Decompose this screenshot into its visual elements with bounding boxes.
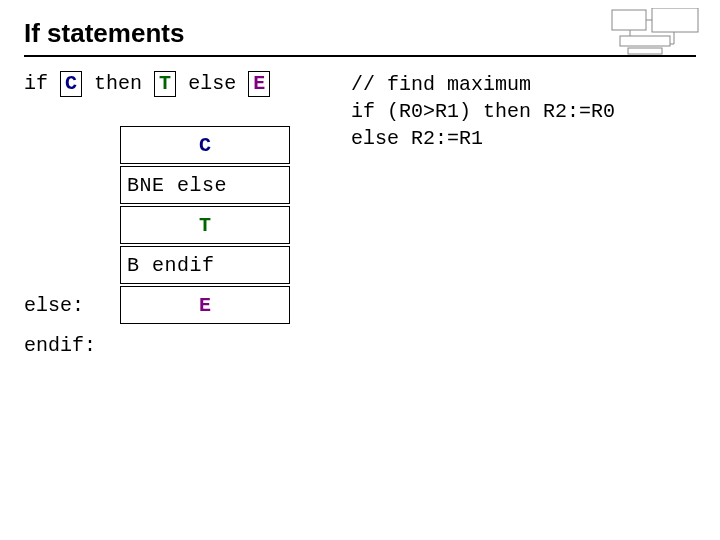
kw-then: then — [94, 72, 142, 95]
box-e-label: E — [199, 294, 211, 317]
if-syntax-line: if C then T else E — [24, 71, 329, 97]
box-bne: BNE else — [120, 166, 290, 204]
svg-rect-0 — [612, 10, 646, 30]
bne-text: BNE else — [121, 174, 289, 197]
tok-c: C — [60, 71, 82, 97]
box-c-label: C — [199, 134, 211, 157]
kw-else: else — [188, 72, 236, 95]
label-endif: endif: — [24, 334, 120, 357]
kw-if: if — [24, 72, 48, 95]
code-line-3: else R2:=R1 — [351, 127, 483, 150]
assembly-diagram: C BNE else T — [24, 125, 329, 365]
box-else: E — [120, 286, 290, 324]
code-line-1: // find maximum — [351, 73, 531, 96]
code-line-2: if (R0>R1) then R2:=R0 — [351, 100, 615, 123]
tok-t: T — [154, 71, 176, 97]
box-then: T — [120, 206, 290, 244]
label-else: else: — [24, 294, 120, 317]
title-separator — [24, 55, 696, 57]
decorative-corner-graphic — [610, 8, 700, 58]
box-branch-endif: B endif — [120, 246, 290, 284]
box-condition: C — [120, 126, 290, 164]
svg-rect-3 — [620, 36, 670, 46]
b-endif-text: B endif — [121, 254, 289, 277]
box-t-label: T — [199, 214, 211, 237]
svg-rect-1 — [652, 8, 698, 32]
example-code-block: // find maximum if (R0>R1) then R2:=R0 e… — [351, 71, 696, 152]
page-title: If statements — [24, 18, 696, 49]
tok-e: E — [248, 71, 270, 97]
svg-rect-4 — [628, 48, 662, 54]
